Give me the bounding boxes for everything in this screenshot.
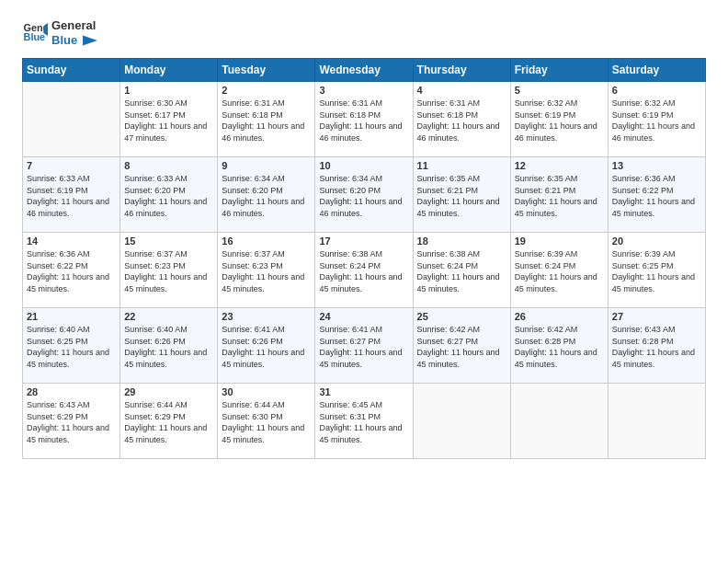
calendar-cell: 6Sunrise: 6:32 AMSunset: 6:19 PMDaylight…	[608, 82, 705, 157]
day-number: 2	[222, 85, 311, 96]
calendar-cell: 16Sunrise: 6:37 AMSunset: 6:23 PMDayligh…	[218, 233, 315, 308]
calendar-cell: 30Sunrise: 6:44 AMSunset: 6:30 PMDayligh…	[218, 384, 315, 459]
calendar-week-row: 1Sunrise: 6:30 AMSunset: 6:17 PMDaylight…	[23, 82, 706, 157]
day-info: Sunrise: 6:33 AMSunset: 6:20 PMDaylight:…	[124, 173, 213, 219]
day-info: Sunrise: 6:31 AMSunset: 6:18 PMDaylight:…	[222, 98, 311, 144]
svg-marker-3	[83, 36, 97, 46]
calendar-cell: 13Sunrise: 6:36 AMSunset: 6:22 PMDayligh…	[608, 157, 705, 233]
calendar-cell: 23Sunrise: 6:41 AMSunset: 6:26 PMDayligh…	[218, 308, 315, 384]
calendar-cell: 9Sunrise: 6:34 AMSunset: 6:20 PMDaylight…	[218, 157, 315, 233]
calendar-cell	[23, 82, 120, 157]
day-number: 21	[27, 311, 116, 322]
day-number: 11	[417, 160, 506, 171]
calendar-cell	[510, 384, 608, 459]
day-info: Sunrise: 6:33 AMSunset: 6:19 PMDaylight:…	[27, 173, 116, 219]
weekday-header-wednesday: Wednesday	[315, 59, 413, 82]
day-number: 17	[319, 236, 408, 247]
day-info: Sunrise: 6:31 AMSunset: 6:18 PMDaylight:…	[417, 98, 506, 144]
day-info: Sunrise: 6:36 AMSunset: 6:22 PMDaylight:…	[612, 173, 701, 219]
calendar-cell: 2Sunrise: 6:31 AMSunset: 6:18 PMDaylight…	[218, 82, 315, 157]
day-info: Sunrise: 6:44 AMSunset: 6:29 PMDaylight:…	[124, 399, 213, 445]
day-number: 31	[319, 386, 408, 397]
day-info: Sunrise: 6:44 AMSunset: 6:30 PMDaylight:…	[222, 399, 311, 445]
day-info: Sunrise: 6:42 AMSunset: 6:27 PMDaylight:…	[417, 324, 506, 370]
calendar-cell: 15Sunrise: 6:37 AMSunset: 6:23 PMDayligh…	[120, 233, 218, 308]
calendar-cell: 21Sunrise: 6:40 AMSunset: 6:25 PMDayligh…	[23, 308, 120, 384]
calendar-cell: 5Sunrise: 6:32 AMSunset: 6:19 PMDaylight…	[510, 82, 608, 157]
svg-text:Blue: Blue	[24, 30, 46, 41]
calendar-cell: 1Sunrise: 6:30 AMSunset: 6:17 PMDaylight…	[120, 82, 218, 157]
calendar-cell: 8Sunrise: 6:33 AMSunset: 6:20 PMDaylight…	[120, 157, 218, 233]
day-number: 10	[319, 160, 408, 171]
calendar-cell	[413, 384, 510, 459]
day-info: Sunrise: 6:39 AMSunset: 6:25 PMDaylight:…	[612, 248, 701, 294]
day-info: Sunrise: 6:35 AMSunset: 6:21 PMDaylight:…	[417, 173, 506, 219]
day-info: Sunrise: 6:34 AMSunset: 6:20 PMDaylight:…	[319, 173, 408, 219]
calendar-cell: 3Sunrise: 6:31 AMSunset: 6:18 PMDaylight…	[315, 82, 413, 157]
day-info: Sunrise: 6:36 AMSunset: 6:22 PMDaylight:…	[27, 248, 116, 294]
day-info: Sunrise: 6:35 AMSunset: 6:21 PMDaylight:…	[515, 173, 604, 219]
day-info: Sunrise: 6:41 AMSunset: 6:26 PMDaylight:…	[222, 324, 311, 370]
day-number: 19	[515, 236, 604, 247]
day-info: Sunrise: 6:30 AMSunset: 6:17 PMDaylight:…	[124, 98, 213, 144]
calendar-week-row: 14Sunrise: 6:36 AMSunset: 6:22 PMDayligh…	[23, 233, 706, 308]
logo: General Blue General Blue	[22, 18, 97, 47]
calendar-cell: 14Sunrise: 6:36 AMSunset: 6:22 PMDayligh…	[23, 233, 120, 308]
day-number: 22	[124, 311, 213, 322]
day-number: 29	[124, 386, 213, 397]
calendar-cell: 22Sunrise: 6:40 AMSunset: 6:26 PMDayligh…	[120, 308, 218, 384]
day-info: Sunrise: 6:40 AMSunset: 6:26 PMDaylight:…	[124, 324, 213, 370]
logo-blue: Blue	[51, 33, 97, 48]
calendar-week-row: 7Sunrise: 6:33 AMSunset: 6:19 PMDaylight…	[23, 157, 706, 233]
page: General Blue General Blue SundayMondayTu…	[0, 0, 728, 563]
calendar-cell: 31Sunrise: 6:45 AMSunset: 6:31 PMDayligh…	[315, 384, 413, 459]
day-info: Sunrise: 6:38 AMSunset: 6:24 PMDaylight:…	[319, 248, 408, 294]
day-number: 26	[515, 311, 604, 322]
weekday-header-tuesday: Tuesday	[218, 59, 315, 82]
day-info: Sunrise: 6:38 AMSunset: 6:24 PMDaylight:…	[417, 248, 506, 294]
calendar-cell: 10Sunrise: 6:34 AMSunset: 6:20 PMDayligh…	[315, 157, 413, 233]
calendar-cell: 26Sunrise: 6:42 AMSunset: 6:28 PMDayligh…	[510, 308, 608, 384]
day-number: 1	[124, 85, 213, 96]
calendar-cell: 17Sunrise: 6:38 AMSunset: 6:24 PMDayligh…	[315, 233, 413, 308]
day-number: 18	[417, 236, 506, 247]
day-info: Sunrise: 6:34 AMSunset: 6:20 PMDaylight:…	[222, 173, 311, 219]
calendar-cell	[608, 384, 705, 459]
logo-general: General	[51, 18, 97, 33]
calendar-week-row: 21Sunrise: 6:40 AMSunset: 6:25 PMDayligh…	[23, 308, 706, 384]
calendar-header-row: SundayMondayTuesdayWednesdayThursdayFrid…	[23, 59, 706, 82]
day-info: Sunrise: 6:40 AMSunset: 6:25 PMDaylight:…	[27, 324, 116, 370]
weekday-header-thursday: Thursday	[413, 59, 510, 82]
day-info: Sunrise: 6:31 AMSunset: 6:18 PMDaylight:…	[319, 98, 408, 144]
day-info: Sunrise: 6:32 AMSunset: 6:19 PMDaylight:…	[515, 98, 604, 144]
weekday-header-monday: Monday	[120, 59, 218, 82]
day-number: 20	[612, 236, 701, 247]
day-number: 3	[319, 85, 408, 96]
logo-icon: General Blue	[22, 20, 48, 46]
day-info: Sunrise: 6:37 AMSunset: 6:23 PMDaylight:…	[222, 248, 311, 294]
day-info: Sunrise: 6:41 AMSunset: 6:27 PMDaylight:…	[319, 324, 408, 370]
day-number: 25	[417, 311, 506, 322]
calendar-cell: 28Sunrise: 6:43 AMSunset: 6:29 PMDayligh…	[23, 384, 120, 459]
calendar-cell: 20Sunrise: 6:39 AMSunset: 6:25 PMDayligh…	[608, 233, 705, 308]
header: General Blue General Blue	[22, 18, 706, 47]
day-info: Sunrise: 6:32 AMSunset: 6:19 PMDaylight:…	[612, 98, 701, 144]
calendar-cell: 7Sunrise: 6:33 AMSunset: 6:19 PMDaylight…	[23, 157, 120, 233]
calendar-cell: 4Sunrise: 6:31 AMSunset: 6:18 PMDaylight…	[413, 82, 510, 157]
day-number: 5	[515, 85, 604, 96]
weekday-header-friday: Friday	[510, 59, 608, 82]
calendar-week-row: 28Sunrise: 6:43 AMSunset: 6:29 PMDayligh…	[23, 384, 706, 459]
logo-arrow-icon	[83, 35, 97, 46]
day-number: 27	[612, 311, 701, 322]
day-number: 16	[222, 236, 311, 247]
day-number: 12	[515, 160, 604, 171]
calendar-cell: 24Sunrise: 6:41 AMSunset: 6:27 PMDayligh…	[315, 308, 413, 384]
calendar-cell: 11Sunrise: 6:35 AMSunset: 6:21 PMDayligh…	[413, 157, 510, 233]
calendar-cell: 29Sunrise: 6:44 AMSunset: 6:29 PMDayligh…	[120, 384, 218, 459]
day-number: 28	[27, 386, 116, 397]
calendar-cell: 25Sunrise: 6:42 AMSunset: 6:27 PMDayligh…	[413, 308, 510, 384]
day-number: 15	[124, 236, 213, 247]
day-info: Sunrise: 6:37 AMSunset: 6:23 PMDaylight:…	[124, 248, 213, 294]
weekday-header-sunday: Sunday	[23, 59, 120, 82]
day-number: 30	[222, 386, 311, 397]
